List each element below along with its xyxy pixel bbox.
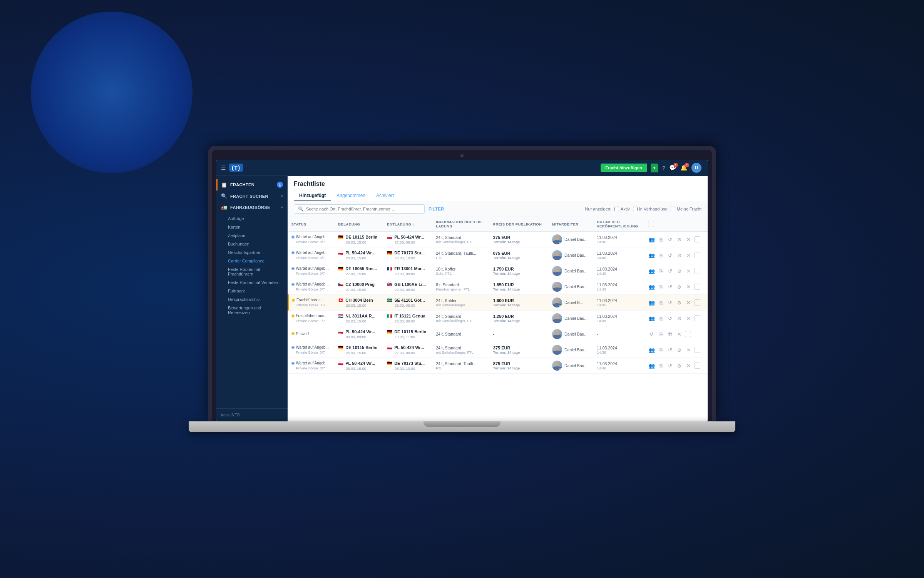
row-checkbox[interactable] [694,315,700,321]
sidebar-sub-zeitplane[interactable]: Zeitpläne [216,231,288,240]
sidebar-sub-gesprachsarchiv[interactable]: Gesprächsarchiv [216,295,288,304]
action-copy-icon[interactable]: ⎘ [657,283,665,291]
user-avatar [552,282,562,292]
sidebar-sub-auftrage[interactable]: Aufträge [216,214,288,223]
price-cell: - [490,326,549,342]
action-cancel-icon[interactable]: ⊘ [676,314,683,322]
action-users-icon[interactable]: 👥 [648,362,656,369]
bell-icon[interactable]: 🔔 2 [680,164,688,171]
sidebar-header: ☰ (T) [216,160,288,176]
action-copy-icon[interactable]: ⎘ [657,267,665,275]
action-refresh-icon[interactable]: ↺ [666,236,674,243]
sidebar-item-fracht-suchen[interactable]: 🔍 FRACHT SUCHEN ▾ [216,190,288,202]
action-users-icon[interactable]: 👥 [648,283,656,291]
checkbox-verhandlung-input[interactable] [633,207,638,211]
sidebar-sub-carrier-compliance[interactable]: Carrier Compliance [216,257,288,265]
action-cancel-icon[interactable]: ⊘ [676,236,683,243]
sidebar-item-frachten[interactable]: 📋 FRACHTEN 1 [216,179,288,190]
add-fracht-button[interactable]: Fracht hinzufügen [601,164,646,172]
filter-button[interactable]: FILTER [429,207,444,211]
action-remove-icon[interactable]: ✕ [685,251,693,259]
action-copy-icon[interactable]: ⎘ [657,362,665,369]
checkbox-meine-input[interactable] [671,207,675,211]
action-close-icon[interactable]: ✕ [676,330,683,338]
action-cancel-icon[interactable]: ⊘ [676,283,683,291]
action-users-icon[interactable]: 👥 [648,236,656,243]
frachten-badge: 1 [277,182,283,188]
action-refresh-icon[interactable]: ↺ [666,362,674,369]
action-cancel-icon[interactable]: ⊘ [676,251,683,259]
action-remove-icon[interactable]: ✕ [685,236,693,243]
action-remove-icon[interactable]: ✕ [685,346,693,354]
action-users-icon[interactable]: 👥 [648,267,656,275]
checkbox-aktiv[interactable]: Aktiv [614,207,630,211]
action-copy-icon[interactable]: ⎘ [657,251,665,259]
action-cancel-icon[interactable]: ⊘ [676,362,683,369]
action-refresh-icon[interactable]: ↺ [666,314,674,322]
tab-angenommen[interactable]: Angenommen [331,190,371,201]
mitarbeiter-name: Daniel Bau... [564,332,588,336]
mitarbeiter-cell: Daniel Bau... [549,247,594,263]
action-users-icon[interactable]: 👥 [648,346,656,354]
action-delete-icon[interactable]: 🗑 [666,330,674,338]
action-remove-icon[interactable]: ✕ [685,314,693,322]
action-refresh-icon[interactable]: ↺ [648,330,656,338]
row-checkbox[interactable] [694,284,700,290]
tab-achiviert[interactable]: Achiviert [371,190,399,201]
hamburger-icon[interactable]: ☰ [221,165,226,171]
sidebar-sub-feste-routen-verlader[interactable]: Feste Routen mit Verladern [216,278,288,287]
action-refresh-icon[interactable]: ↺ [666,251,674,259]
action-refresh-icon[interactable]: ↺ [666,283,674,291]
row-checkbox[interactable] [694,252,700,258]
sidebar-sub-bewertungen[interactable]: Bewertungen und Referenzen [216,304,288,317]
sidebar-sub-buchungen[interactable]: Buchungen [216,240,288,248]
logo: (T) [229,164,243,172]
checkbox-aktiv-input[interactable] [614,207,619,211]
action-copy-icon[interactable]: ⎘ [657,330,665,338]
action-remove-icon[interactable]: ✕ [685,299,693,306]
action-remove-icon[interactable]: ✕ [685,362,693,369]
action-cancel-icon[interactable]: ⊘ [676,299,683,306]
action-copy-icon[interactable]: ⎘ [657,346,665,354]
row-checkbox[interactable] [694,347,700,353]
checkbox-meine-fracht[interactable]: Meine Fracht [671,207,701,211]
action-users-icon[interactable]: 👥 [648,314,656,322]
status-badge: Wartet auf Angeb... [291,361,332,365]
action-users-icon[interactable]: 👥 [648,299,656,306]
add-fracht-arrow-button[interactable]: ▾ [651,164,658,172]
sidebar-sub-feste-routen-fracht[interactable]: Feste Routen mit Frachtführern [216,265,288,278]
checkbox-in-verhandlung[interactable]: In Verhandlung [633,207,668,211]
search-input[interactable] [306,207,420,211]
row-checkbox[interactable] [694,268,700,274]
unload-flag: 🇩🇪 [387,251,392,256]
chat-icon[interactable]: 💬 1 [669,164,676,171]
unload-city: PL 50-424 Wr... [394,235,424,239]
select-all-checkbox[interactable] [648,221,654,227]
action-refresh-icon[interactable]: ↺ [666,267,674,275]
tab-hinzugefugt[interactable]: Hinzugefügt [294,190,331,201]
sidebar-sub-karten[interactable]: Karten [216,223,288,231]
sidebar-sub-geschaftspartner[interactable]: Geschäftspartner [216,248,288,257]
action-copy-icon[interactable]: ⎘ [657,314,665,322]
row-checkbox[interactable] [694,236,700,242]
action-copy-icon[interactable]: ⎘ [657,299,665,306]
action-refresh-icon[interactable]: ↺ [666,346,674,354]
user-avatar-topbar[interactable]: U [691,163,701,173]
price-value: 1.750 EUR [493,267,546,271]
row-checkbox[interactable] [685,331,691,337]
action-remove-icon[interactable]: ✕ [685,267,693,275]
info-cell: 10 t, Koffer Solo, FTL [433,263,490,279]
action-cancel-icon[interactable]: ⊘ [676,267,683,275]
sidebar-sub-fuhrpark[interactable]: Fuhrpark [216,287,288,295]
action-refresh-icon[interactable]: ↺ [666,299,674,306]
sidebar-trans-info[interactable]: trans.INFO [221,412,283,418]
action-cancel-icon[interactable]: ⊘ [676,346,683,354]
row-checkbox[interactable] [694,299,700,306]
row-checkbox[interactable] [694,363,700,369]
sidebar-item-fahrzeugborse[interactable]: 🚛 FAHRZEUGBÖRSE ▾ [216,202,288,213]
help-icon[interactable]: ? [662,165,665,171]
action-copy-icon[interactable]: ⎘ [657,236,665,243]
action-users-icon[interactable]: 👥 [648,251,656,259]
action-remove-icon[interactable]: ✕ [685,283,693,291]
user-avatar [552,266,562,276]
